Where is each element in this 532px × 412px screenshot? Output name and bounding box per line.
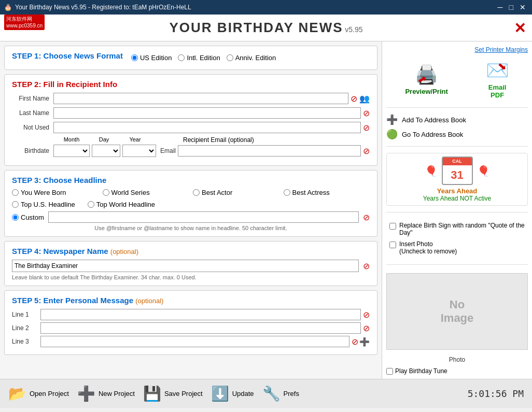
top-us-radio[interactable]: Top U.S. Headline [12,201,75,208]
divider2 [386,146,528,147]
last-name-input[interactable] [53,107,361,119]
not-used-row: Not Used ⊘ [12,122,370,133]
email-pdf-button[interactable]: ✉️ EmailPDF [486,60,509,99]
go-icon: 🟢 [386,129,398,140]
insert-photo-checkbox[interactable] [389,241,396,248]
title-bar-text: Your Birthday News v5.95 - Registered to… [15,4,191,11]
best-actor-input[interactable] [193,189,200,196]
top-world-label: Top World Headline [96,201,155,208]
world-series-input[interactable] [103,189,109,196]
best-actress-radio[interactable]: Best Actress [284,189,370,196]
headline-options-row2: Top U.S. Headline Top World Headline [12,201,370,208]
divider4 [386,264,528,265]
year-select[interactable] [122,145,156,157]
update-button[interactable]: ⬇️ Update [211,385,254,402]
photo-label: Photo [449,356,465,363]
step1-editions: US Edition Intl. Edition Anniv. Edition [131,54,276,62]
best-actor-radio[interactable]: Best Actor [193,189,279,196]
last-name-clear-button[interactable]: ⊘ [363,108,370,118]
birthdate-row: Birthdate Email ⊘ [12,145,370,157]
newspaper-name-input[interactable] [12,260,359,272]
intl-edition-input[interactable] [178,54,185,61]
calendar-date: 31 [451,168,463,182]
close-window-button[interactable]: ✕ [517,3,528,11]
newspaper-hint: Leave blank to use default The Birthday … [12,274,370,280]
prefs-button[interactable]: 🔧 Prefs [262,385,299,402]
anniv-edition-input[interactable] [227,54,233,61]
add-to-address-book-button[interactable]: ➕ Add To Address Book [386,114,528,125]
top-us-input[interactable] [12,201,19,208]
anniv-edition-radio[interactable]: Anniv. Edition [227,54,276,62]
first-name-clear-button[interactable]: ⊘ [351,94,357,104]
preview-print-button[interactable]: 🖨️ Preview/Print [405,64,447,95]
step2-title: STEP 2: Fill in Recipient Info [12,80,370,89]
line3-input[interactable] [40,336,349,347]
toolbar-buttons: 📂 Open Project ➕ New Project 💾 Save Proj… [8,385,299,402]
email-icon: ✉️ [486,60,509,81]
not-used-input[interactable] [53,122,361,133]
intl-edition-radio[interactable]: Intl. Edition [178,54,220,62]
go-to-address-book-button[interactable]: 🟢 Go To Address Book [386,129,528,140]
custom-clear-button[interactable]: ⊘ [363,212,370,222]
line1-input[interactable] [40,309,361,320]
line3-add-button[interactable]: ➕ [359,337,370,347]
no-image-text2: Image [441,311,474,325]
month-select[interactable] [53,145,90,157]
email-field-label: Email [160,147,176,154]
day-select[interactable] [92,145,120,157]
line3-clear-button[interactable]: ⊘ [352,337,358,347]
us-edition-radio[interactable]: US Edition [131,54,172,62]
top-world-radio[interactable]: Top World Headline [88,201,155,208]
first-name-label: First Name [12,95,53,102]
you-were-born-radio[interactable]: You Were Born [12,189,99,196]
custom-radio[interactable]: Custom [12,214,44,221]
step1-section: STEP 1: Choose News Format US Edition In… [4,46,377,70]
preview-print-row: ➡ ➡ 🖨️ Preview/Print ✉️ EmailPDF [386,58,528,101]
newspaper-clear-button[interactable]: ⊘ [363,261,370,271]
line2-clear-button[interactable]: ⊘ [363,323,370,333]
replace-birth-sign-checkbox[interactable] [389,223,396,230]
new-project-button[interactable]: ➕ New Project [77,385,135,402]
main-layout: STEP 1: Choose News Format US Edition In… [0,41,532,379]
not-used-label: Not Used [12,124,53,131]
line2-input[interactable] [40,322,361,334]
app-close-button[interactable]: ✕ [514,19,526,36]
save-project-button[interactable]: 💾 Save Project [143,385,203,402]
best-actress-input[interactable] [284,189,290,196]
maximize-button[interactable]: □ [507,3,515,11]
custom-input[interactable] [12,214,19,221]
insert-photo-label: Insert Photo(Uncheck to remove) [399,240,457,255]
open-project-label: Open Project [30,390,69,397]
step4-optional: (optional) [110,248,138,255]
open-project-icon: 📂 [8,385,26,402]
headline-hint: Use @firstname or @lastname to show name… [12,225,370,231]
world-series-radio[interactable]: World Series [103,189,189,196]
first-name-actions: ⊘ 👥 [351,94,370,104]
custom-headline-input[interactable] [48,211,359,223]
replace-birth-sign-label: Replace Birth Sign with random "Quote of… [399,222,525,236]
top-world-input[interactable] [88,201,94,208]
you-were-born-input[interactable] [12,189,19,196]
step5-title: STEP 5: Enter Personal Message (optional… [12,296,370,305]
printer-margins-link[interactable]: Set Printer Margins [474,46,528,53]
email-clear-button[interactable]: ⊘ [363,146,370,156]
you-were-born-label: You Were Born [21,189,66,196]
step3-title: STEP 3: Choose Headline [12,176,370,184]
no-image-text: No [450,298,465,311]
day-label: Day [90,136,118,144]
last-name-actions: ⊘ [363,108,370,118]
open-project-button[interactable]: 📂 Open Project [8,385,69,402]
minimize-button[interactable]: ─ [496,3,505,11]
prefs-icon: 🔧 [262,385,281,402]
title-bar: 🎂 Your Birthday News v5.95 - Registered … [0,0,532,15]
years-ahead-status: Years Ahead NOT Active [423,195,491,202]
first-name-input[interactable] [53,93,348,104]
line1-clear-button[interactable]: ⊘ [363,310,370,320]
first-name-lookup-button[interactable]: 👥 [359,94,370,104]
world-series-label: World Series [111,189,150,196]
photo-label-row: Photo [386,356,528,363]
us-edition-input[interactable] [131,54,138,61]
not-used-clear-button[interactable]: ⊘ [363,123,370,133]
email-input[interactable] [178,145,361,157]
play-tune-checkbox[interactable] [386,368,393,375]
